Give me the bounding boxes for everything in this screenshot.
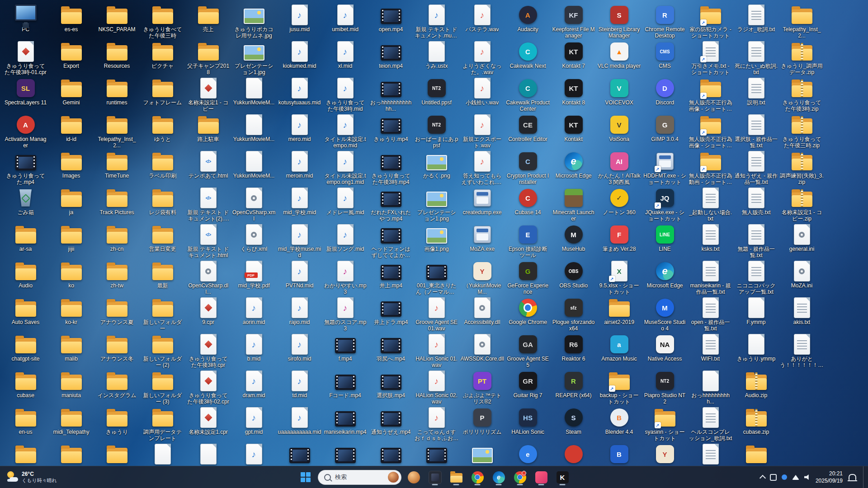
desktop-icon[interactable]: id-id bbox=[48, 113, 94, 149]
desktop-icon[interactable]: ヘルスコンプレッション_歌詞.txt bbox=[688, 405, 733, 442]
taskbar-chrome[interactable] bbox=[468, 468, 486, 486]
desktop-icon[interactable] bbox=[688, 442, 733, 466]
desktop-icon[interactable]: midi_Telepathy bbox=[48, 405, 94, 442]
desktop-icon[interactable]: 画像1.png bbox=[414, 222, 459, 259]
desktop-icon[interactable]: 新しいフォルダー (3) bbox=[140, 369, 185, 405]
desktop-icon[interactable]: AAudacity bbox=[505, 3, 551, 39]
desktop-icon[interactable]: zh-cn bbox=[94, 222, 140, 259]
desktop-icon[interactable]: 名称未設定1 - コピー.zip bbox=[779, 186, 825, 222]
desktop-icon[interactable]: 名称未設定1.cpr bbox=[185, 405, 231, 442]
desktop-icon[interactable]: ♪dram.mid bbox=[231, 369, 277, 405]
desktop-icon[interactable]: SLSpectraLayers 11 bbox=[3, 76, 48, 113]
taskbar-edge[interactable]: e bbox=[490, 468, 508, 486]
desktop-icon[interactable]: ♪xl.mid bbox=[322, 39, 368, 76]
desktop-icon[interactable]: GRGuitar Rig 7 bbox=[505, 369, 551, 405]
desktop-icon[interactable]: Gemini bbox=[48, 76, 94, 113]
desktop-icon[interactable]: SSteam bbox=[551, 405, 596, 442]
desktop-icon[interactable]: ごみ箱 bbox=[3, 186, 48, 222]
desktop-icon[interactable]: 父子キャンプ2018 bbox=[185, 39, 231, 76]
desktop-icon[interactable]: F筆まめ Ver.28 bbox=[596, 222, 642, 259]
desktop-icon[interactable]: akis.txt bbox=[779, 296, 825, 332]
desktop-icon[interactable]: ♪PVTNd.mid bbox=[277, 259, 322, 296]
desktop-icon[interactable]: Telepathy_Inst_2... bbox=[94, 113, 140, 149]
desktop-icon[interactable]: ♪uaaaaaaaaaa.mid bbox=[277, 405, 322, 442]
desktop-icon[interactable]: 新しいフォルダー (2) bbox=[140, 332, 185, 369]
taskbar-media-app[interactable] bbox=[426, 468, 444, 486]
desktop-icon[interactable]: ♪mero.mid bbox=[277, 113, 322, 149]
desktop-icon[interactable]: KFKeepforest File Manager bbox=[551, 3, 596, 39]
desktop-icon[interactable]: ♪aorin.mid bbox=[231, 296, 277, 332]
desktop-icon[interactable]: BBlender 4.4 bbox=[596, 405, 642, 442]
desktop-icon[interactable]: ↗HDDFMT.exe - ショートカット bbox=[642, 149, 688, 186]
desktop-icon[interactable]: 無人販売.txt bbox=[733, 186, 779, 222]
desktop-icon[interactable]: 新しいフォルダー bbox=[140, 296, 185, 332]
desktop-icon[interactable]: おっhhhhhhhhhh... bbox=[688, 369, 733, 405]
search-box[interactable]: 検索 bbox=[318, 470, 401, 485]
desktop-icon[interactable]: ♪rajio.mid bbox=[277, 296, 322, 332]
desktop-icon[interactable]: ko-kr bbox=[48, 296, 94, 332]
desktop-icon[interactable]: Export bbox=[48, 39, 94, 76]
desktop-icon[interactable]: NANative Access bbox=[642, 332, 688, 369]
desktop-icon[interactable]: フォトフレーム bbox=[140, 76, 185, 113]
weather-widget[interactable]: 26°C くもり時々晴れ bbox=[0, 466, 63, 488]
desktop-icon[interactable]: きゅうり食ってた午後3時-02.cpr bbox=[185, 369, 231, 405]
desktop-icon[interactable]: aAmazon Music bbox=[596, 332, 642, 369]
desktop-icon[interactable]: NKSC_PARAM bbox=[94, 3, 140, 39]
desktop-icon[interactable]: 無題 - 親作品一覧.txt bbox=[733, 222, 779, 259]
desktop-icon[interactable]: ♪メドレー風.mid bbox=[322, 186, 368, 222]
desktop-icon[interactable]: 死にたい_ぬ歌詞.txt bbox=[733, 39, 779, 76]
desktop-icon[interactable]: ♪パステラ.wav bbox=[459, 3, 505, 39]
desktop-icon[interactable]: ♪こってゅんｄすおｆｄｓｂふお.wav bbox=[414, 405, 459, 442]
desktop-icon[interactable]: Accessibility.dll bbox=[459, 296, 505, 332]
desktop-icon[interactable]: 羽尻へ.mp4 bbox=[368, 332, 414, 369]
desktop-icon[interactable]: ♪gpt.mid bbox=[231, 405, 277, 442]
desktop-icon[interactable]: 001_東北きりたん（ノーマル）_今じゃ... bbox=[414, 259, 459, 296]
taskbar-character-app[interactable] bbox=[405, 468, 423, 486]
desktop-icon[interactable]: KTKontakt 7 bbox=[551, 39, 596, 76]
desktop-icon[interactable]: CCubase 14 bbox=[505, 186, 551, 222]
desktop-icon[interactable] bbox=[48, 442, 94, 466]
desktop-icon[interactable]: LINELINE bbox=[642, 222, 688, 259]
desktop-icon[interactable]: MoZA.ini bbox=[779, 259, 825, 296]
desktop-icon[interactable]: きゅうり食ってた.mp4 bbox=[3, 149, 48, 186]
desktop-icon[interactable]: Auto Saves bbox=[3, 296, 48, 332]
desktop-icon[interactable]: Y（YukkuriMovieM... bbox=[459, 259, 505, 296]
desktop-icon[interactable]: YukkuriMovieM... bbox=[231, 113, 277, 149]
desktop-icon[interactable]: ラジオ_歌詞.txt bbox=[733, 3, 779, 39]
taskbar-pink-app[interactable] bbox=[532, 468, 550, 486]
desktop-icon[interactable]: くらび.xml bbox=[231, 222, 277, 259]
desktop-icon[interactable]: MMuseHub bbox=[551, 222, 596, 259]
desktop-icon[interactable]: ↗家の防犯カメラ - ショートカット bbox=[688, 3, 733, 39]
desktop-icon[interactable]: ♪kiokumed.mid bbox=[277, 39, 322, 76]
desktop-icon[interactable]: JQ↗JQuake.exe - ショートカット bbox=[642, 186, 688, 222]
desktop-icon[interactable]: VVoiSona bbox=[596, 113, 642, 149]
desktop-icon[interactable]: ゆうと bbox=[140, 113, 185, 149]
desktop-icon[interactable]: きゅうり食べてた午後三時 bbox=[140, 3, 185, 39]
desktop-icon[interactable]: Fコード.mp4 bbox=[322, 369, 368, 405]
desktop-icon[interactable]: ♪きゅうり食ってた午後3時.mid bbox=[322, 76, 368, 113]
desktop-icon[interactable]: malib bbox=[48, 332, 94, 369]
desktop-icon[interactable] bbox=[94, 442, 140, 466]
desktop-icon[interactable]: GAGroove Agent SE 5 bbox=[505, 332, 551, 369]
desktop-icon[interactable]: ↗無人販売不正行為画像 - ショートカッ... bbox=[688, 76, 733, 113]
desktop-icon[interactable]: ↗無人販売不正行為画像 - ショートカット bbox=[688, 113, 733, 149]
desktop-icon[interactable]: Images bbox=[48, 149, 94, 186]
volume-icon[interactable] bbox=[804, 474, 811, 480]
desktop-icon[interactable]: RChrome Remote Desktop bbox=[642, 3, 688, 39]
desktop-icon[interactable]: </>テンポあて.html bbox=[185, 149, 231, 186]
desktop-icon[interactable]: NT2Piapro Studio NT2 bbox=[642, 369, 688, 405]
desktop-icon[interactable]: teion.mp4 bbox=[368, 39, 414, 76]
desktop-icon[interactable]: ニコニコバックアップ一覧.txt bbox=[733, 259, 779, 296]
desktop-icon[interactable] bbox=[368, 442, 414, 466]
desktop-icon[interactable]: CCrypton Product Installer bbox=[505, 149, 551, 186]
desktop-icon[interactable]: ♪新規エクスポート.wav bbox=[459, 113, 505, 149]
desktop-icon[interactable]: NT2おーばーまにあ.ppsf bbox=[414, 113, 459, 149]
desktop-icon[interactable]: きゅうり bbox=[94, 405, 140, 442]
desktop-icon[interactable]: きゅうり食ってた午後3時.cpr bbox=[185, 332, 231, 369]
desktop-icon[interactable]: 営業日変更 bbox=[140, 222, 185, 259]
desktop-icon[interactable]: open - 親作品一覧.txt bbox=[688, 296, 733, 332]
taskbar-k-app[interactable]: K bbox=[553, 468, 571, 486]
desktop-icon[interactable]: ピクチャ bbox=[140, 39, 185, 76]
desktop-icon[interactable]: Telepathy_Inst_2... bbox=[779, 3, 825, 39]
desktop-icon[interactable]: ♪umibet.mid bbox=[322, 3, 368, 39]
